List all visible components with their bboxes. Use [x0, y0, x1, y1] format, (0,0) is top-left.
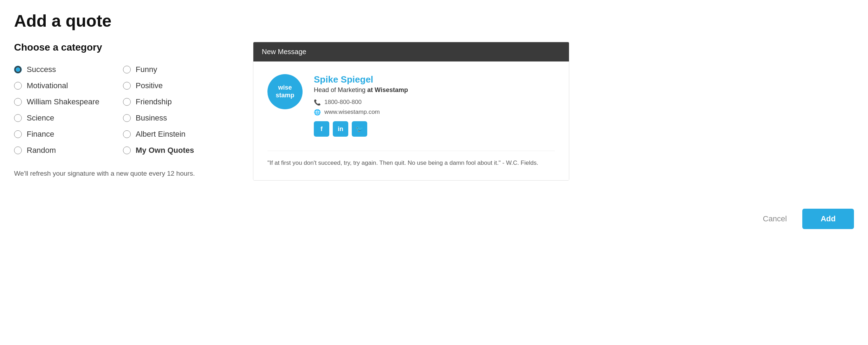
radio-label-success: Success [27, 65, 56, 74]
radio-business[interactable] [123, 114, 131, 122]
radio-random[interactable] [14, 147, 22, 154]
left-panel: Choose a category SuccessMotivationalWil… [14, 42, 232, 177]
radio-label-william-shakespeare: William Shakespeare [27, 97, 99, 106]
radio-item-motivational[interactable]: Motivational [14, 78, 123, 94]
phone-icon: 📞 [314, 99, 321, 106]
radio-label-friendship: Friendship [136, 97, 172, 106]
categories-col2: FunnyPositiveFriendshipBusinessAlbert Ei… [123, 61, 232, 158]
radio-label-science: Science [27, 113, 54, 123]
radio-my-own-quotes[interactable] [123, 147, 131, 154]
email-body: wisestamp Spike Spiegel Head of Marketin… [253, 61, 569, 180]
radio-label-my-own-quotes: My Own Quotes [136, 146, 194, 155]
radio-item-business[interactable]: Business [123, 110, 232, 126]
website-detail: 🌐 www.wisestamp.com [314, 109, 555, 116]
category-section-title: Choose a category [14, 42, 232, 53]
radio-item-random[interactable]: Random [14, 142, 123, 158]
avatar-text: wisestamp [276, 84, 294, 99]
radio-label-business: Business [136, 113, 167, 123]
bottom-actions: Cancel Add [14, 202, 854, 229]
radio-label-albert-einstein: Albert Einstein [136, 130, 186, 139]
contact-name: Spike Spiegel [314, 74, 555, 85]
radio-item-funny[interactable]: Funny [123, 61, 232, 78]
radio-item-friendship[interactable]: Friendship [123, 94, 232, 110]
radio-label-finance: Finance [27, 130, 54, 139]
facebook-icon[interactable]: f [314, 121, 329, 137]
avatar: wisestamp [267, 74, 303, 109]
radio-item-my-own-quotes[interactable]: My Own Quotes [123, 142, 232, 158]
twitter-icon[interactable]: 🐦 [352, 121, 367, 137]
linkedin-icon[interactable]: in [333, 121, 348, 137]
signature-section: wisestamp Spike Spiegel Head of Marketin… [267, 74, 555, 137]
radio-friendship[interactable] [123, 98, 131, 106]
radio-item-positive[interactable]: Positive [123, 78, 232, 94]
contact-info: Spike Spiegel Head of Marketing at Wises… [314, 74, 555, 137]
phone-detail: 📞 1800-800-800 [314, 99, 555, 106]
radio-label-positive: Positive [136, 81, 163, 90]
website-url: www.wisestamp.com [324, 109, 380, 116]
radio-albert-einstein[interactable] [123, 130, 131, 138]
refresh-note: We'll refresh your signature with a new … [14, 170, 232, 177]
categories-grid: SuccessMotivationalWilliam ShakespeareSc… [14, 61, 232, 158]
radio-william-shakespeare[interactable] [14, 98, 22, 106]
radio-label-funny: Funny [136, 65, 157, 74]
radio-finance[interactable] [14, 130, 22, 138]
social-icons: fin🐦 [314, 121, 555, 137]
radio-item-william-shakespeare[interactable]: William Shakespeare [14, 94, 123, 110]
radio-success[interactable] [14, 66, 22, 73]
radio-label-random: Random [27, 146, 56, 155]
radio-item-success[interactable]: Success [14, 61, 123, 78]
radio-funny[interactable] [123, 66, 131, 73]
website-icon: 🌐 [314, 109, 321, 116]
radio-science[interactable] [14, 114, 22, 122]
email-header: New Message [253, 42, 569, 61]
add-button[interactable]: Add [802, 209, 854, 229]
categories-col1: SuccessMotivationalWilliam ShakespeareSc… [14, 61, 123, 158]
contact-title-prefix: Head of Marketing [314, 86, 365, 93]
radio-item-finance[interactable]: Finance [14, 126, 123, 142]
contact-title-suffix: at Wisestamp [365, 86, 408, 93]
contact-title: Head of Marketing at Wisestamp [314, 86, 555, 94]
radio-positive[interactable] [123, 82, 131, 90]
page-title: Add a quote [14, 11, 854, 31]
radio-motivational[interactable] [14, 82, 22, 90]
radio-item-science[interactable]: Science [14, 110, 123, 126]
right-panel: New Message wisestamp Spike Spiegel Head… [253, 42, 854, 181]
quote-text: "If at first you don't succeed, try, try… [267, 151, 555, 168]
radio-item-albert-einstein[interactable]: Albert Einstein [123, 126, 232, 142]
cancel-button[interactable]: Cancel [754, 209, 795, 228]
email-preview: New Message wisestamp Spike Spiegel Head… [253, 42, 569, 181]
phone-number: 1800-800-800 [324, 99, 362, 106]
radio-label-motivational: Motivational [27, 81, 68, 90]
